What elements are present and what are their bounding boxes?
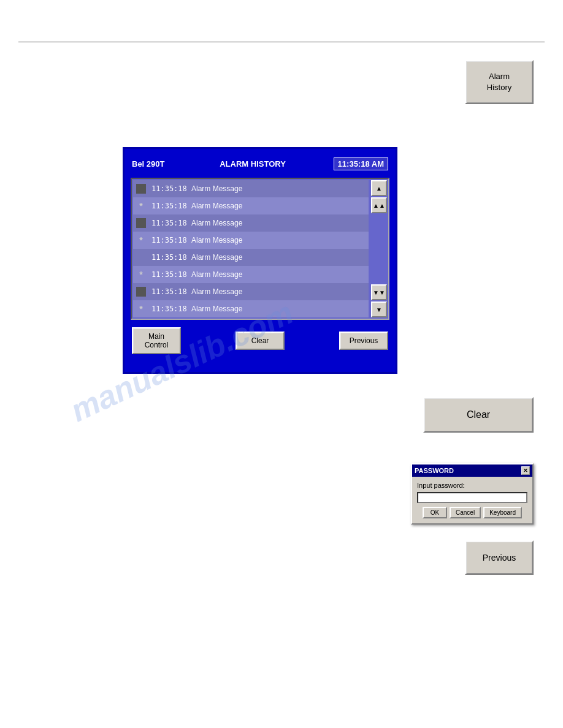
time-display: 11:35:18 AM bbox=[334, 157, 388, 170]
keyboard-button[interactable]: Keyboard bbox=[483, 507, 522, 518]
password-dialog: PASSWORD ✕ Input password: OK Cancel Key… bbox=[411, 463, 534, 525]
scroll-up-fast-button[interactable]: ▲▲ bbox=[371, 197, 387, 213]
previous-button-large[interactable]: Previous bbox=[465, 540, 534, 575]
alarm-row: * 11:35:18 Alarm Message bbox=[133, 197, 369, 214]
indicator-empty bbox=[136, 252, 147, 263]
dialog-title: PASSWORD bbox=[415, 467, 454, 474]
main-control-button[interactable]: MainControl bbox=[132, 327, 181, 354]
panel-buttons: MainControl Clear Previous bbox=[131, 325, 389, 357]
ok-button[interactable]: OK bbox=[423, 507, 447, 518]
scroll-up-button[interactable]: ▲ bbox=[371, 180, 387, 196]
dialog-buttons: OK Cancel Keyboard bbox=[417, 507, 527, 518]
dialog-content: Input password: OK Cancel Keyboard bbox=[412, 477, 532, 523]
alarm-list-container: 11:35:18 Alarm Message * 11:35:18 Alarm … bbox=[131, 178, 389, 320]
alarm-row: 11:35:18 Alarm Message bbox=[133, 214, 369, 232]
screen-title: ALARM HISTORY bbox=[172, 159, 333, 169]
scroll-down-button[interactable]: ▼ bbox=[371, 301, 387, 317]
previous-button-panel[interactable]: Previous bbox=[339, 332, 388, 350]
main-control-label: MainControl bbox=[145, 332, 169, 349]
clear-button-panel[interactable]: Clear bbox=[236, 332, 285, 350]
scroll-down-fast-button[interactable]: ▼▼ bbox=[371, 284, 387, 300]
alarm-row: 11:35:18 Alarm Message bbox=[133, 283, 369, 300]
alarm-history-button[interactable]: AlarmHistory bbox=[465, 60, 534, 104]
alarm-list: 11:35:18 Alarm Message * 11:35:18 Alarm … bbox=[132, 179, 370, 319]
alarm-row: * 11:35:18 Alarm Message bbox=[133, 300, 369, 317]
main-panel: Bel 290T ALARM HISTORY 11:35:18 AM 11:35… bbox=[123, 147, 397, 374]
clear-button-large[interactable]: Clear bbox=[423, 397, 534, 433]
alarm-row: 11:35:18 Alarm Message bbox=[133, 249, 369, 266]
panel-header: Bel 290T ALARM HISTORY 11:35:18 AM bbox=[131, 155, 389, 173]
indicator-star: * bbox=[136, 235, 147, 246]
alarm-history-label: AlarmHistory bbox=[487, 71, 511, 93]
scroll-buttons: ▲ ▲▲ ▼▼ ▼ bbox=[370, 179, 388, 319]
indicator-filled bbox=[136, 218, 147, 229]
device-name: Bel 290T bbox=[132, 159, 164, 169]
indicator-filled bbox=[136, 286, 147, 297]
dialog-titlebar: PASSWORD ✕ bbox=[412, 464, 532, 477]
previous-label: Previous bbox=[483, 553, 516, 563]
password-input[interactable] bbox=[417, 492, 527, 503]
indicator-filled bbox=[136, 183, 147, 194]
alarm-row: * 11:35:18 Alarm Message bbox=[133, 266, 369, 283]
top-rule bbox=[18, 42, 545, 42]
dialog-close-button[interactable]: ✕ bbox=[521, 466, 530, 475]
indicator-star: * bbox=[136, 269, 147, 280]
clear-label: Clear bbox=[467, 409, 490, 420]
cancel-button[interactable]: Cancel bbox=[450, 507, 481, 518]
password-label: Input password: bbox=[417, 482, 527, 489]
alarm-row: * 11:35:18 Alarm Message bbox=[133, 232, 369, 249]
indicator-star: * bbox=[136, 200, 147, 211]
indicator-star: * bbox=[136, 303, 147, 314]
alarm-row: 11:35:18 Alarm Message bbox=[133, 180, 369, 197]
